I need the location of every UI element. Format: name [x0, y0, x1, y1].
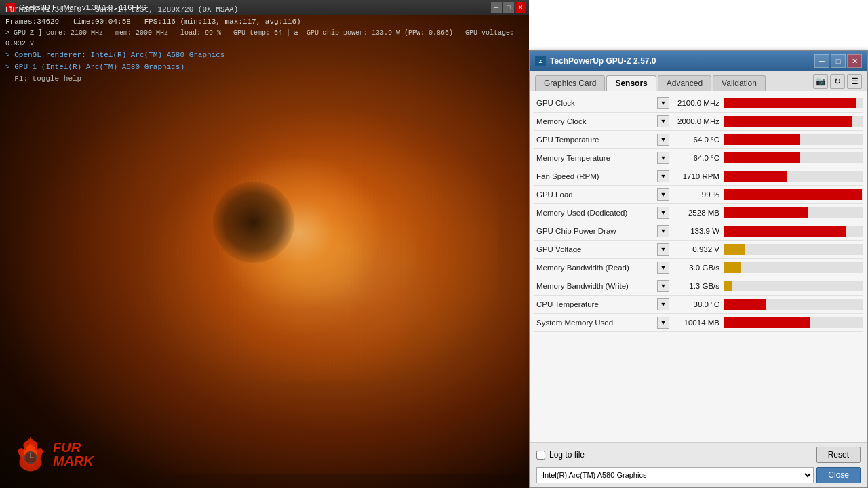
sensor-row: System Memory Used ▼ 10014 MB: [534, 314, 863, 332]
sensor-dropdown-arrow[interactable]: ▼: [657, 207, 669, 219]
sensor-label-text: Memory Used (Dedicated): [534, 209, 657, 217]
sensor-label: GPU Temperature ▼: [534, 134, 669, 146]
sensor-dropdown-arrow[interactable]: ▼: [657, 225, 669, 237]
sensor-value: 99 %: [669, 190, 724, 199]
gpu-selector: Intel(R) Arc(TM) A580 Graphics Close: [530, 467, 867, 487]
sensor-bar: [724, 317, 810, 328]
sensor-label-text: GPU Load: [534, 190, 657, 199]
sensor-dropdown-arrow[interactable]: ▼: [657, 317, 669, 329]
camera-icon[interactable]: 📷: [813, 74, 828, 89]
sensor-row: GPU Clock ▼ 2100.0 MHz: [534, 94, 863, 113]
sensor-label: Memory Clock ▼: [534, 115, 669, 127]
sensor-dropdown-arrow[interactable]: ▼: [657, 170, 669, 182]
sensor-bar: [724, 299, 766, 310]
refresh-icon[interactable]: ↻: [830, 74, 845, 89]
sensor-bar: [724, 134, 800, 145]
sensor-bar: [724, 244, 745, 255]
sensor-bar: [724, 98, 856, 108]
sensor-label: GPU Chip Power Draw ▼: [534, 225, 669, 237]
sensor-label-text: System Memory Used: [534, 319, 657, 327]
sensor-row: GPU Load ▼ 99 %: [534, 186, 863, 204]
sensor-dropdown-arrow[interactable]: ▼: [657, 298, 669, 310]
sensor-label: Memory Bandwidth (Write) ▼: [534, 280, 669, 292]
furmark-info-line2: Frames:34629 - time:00:04:58 - FPS:116 (…: [5, 16, 529, 28]
sensor-label: Memory Used (Dedicated) ▼: [534, 207, 669, 219]
sensor-row: Memory Clock ▼ 2000.0 MHz: [534, 113, 863, 131]
furmark-info-line3: > GPU-Z ] core: 2100 MHz - mem: 2000 MHz…: [5, 28, 529, 49]
sensor-value: 2528 MB: [669, 209, 724, 217]
sensor-label: Memory Temperature ▼: [534, 152, 669, 164]
tab-sensors[interactable]: Sensors: [606, 75, 656, 92]
sensor-value: 2000.0 MHz: [669, 117, 724, 125]
sensor-label-text: Memory Bandwidth (Read): [534, 264, 657, 272]
gpuz-titlebar: Z TechPowerUp GPU-Z 2.57.0 ─ □ ✕: [530, 51, 867, 71]
gpuz-footer: Log to file Reset: [530, 442, 867, 467]
sensor-value: 38.0 °C: [669, 300, 724, 308]
sensor-bar: [724, 262, 741, 273]
sensor-row: Fan Speed (RPM) ▼ 1710 RPM: [534, 167, 863, 186]
gpuz-title: TechPowerUp GPU-Z 2.57.0: [550, 56, 656, 66]
close-button[interactable]: Close: [816, 467, 861, 483]
log-to-file-checkbox[interactable]: [536, 451, 545, 460]
sensor-dropdown-arrow[interactable]: ▼: [657, 188, 669, 201]
gpuz-restore-button[interactable]: □: [831, 54, 846, 68]
sensor-value: 0.932 V: [669, 245, 724, 253]
sensor-row: Memory Used (Dedicated) ▼ 2528 MB: [534, 204, 863, 222]
sensor-dropdown-arrow[interactable]: ▼: [657, 152, 669, 164]
sensors-list: GPU Clock ▼ 2100.0 MHz Memory Clock ▼ 20…: [530, 92, 867, 442]
gpuz-close-button[interactable]: ✕: [847, 54, 862, 68]
reset-button[interactable]: Reset: [816, 447, 861, 463]
sensor-label-text: GPU Temperature: [534, 136, 657, 144]
sensor-label-text: GPU Clock: [534, 99, 657, 107]
sensor-label-text: Memory Bandwidth (Write): [534, 282, 657, 290]
fire-visual: [0, 54, 529, 474]
sensor-value: 1.3 GB/s: [669, 282, 724, 290]
sensor-bar-container: [724, 262, 863, 273]
sensor-row: GPU Chip Power Draw ▼ 133.9 W: [534, 222, 863, 241]
sensor-bar: [724, 116, 852, 127]
tab-validation[interactable]: Validation: [713, 75, 766, 91]
tab-advanced[interactable]: Advanced: [658, 75, 711, 91]
sensor-label: System Memory Used ▼: [534, 317, 669, 329]
sensor-bar-container: [724, 171, 863, 182]
furmark-window: F Geeks3D FurMark v1.38.1.0 - 116FPS ─ □…: [0, 0, 529, 488]
sensor-bar-container: [724, 244, 863, 255]
log-to-file-label: Log to file: [549, 450, 585, 460]
sensor-label: GPU Load ▼: [534, 188, 669, 201]
logo-mark-text: MARK: [53, 454, 94, 468]
sensor-label: GPU Voltage ▼: [534, 243, 669, 256]
menu-icon[interactable]: ☰: [847, 74, 862, 89]
sensor-bar: [724, 171, 787, 182]
sensor-row: GPU Voltage ▼ 0.932 V: [534, 241, 863, 259]
sensor-row: GPU Temperature ▼ 64.0 °C: [534, 131, 863, 149]
sensor-label-text: Memory Temperature: [534, 154, 657, 162]
sensor-value: 1710 RPM: [669, 172, 724, 180]
sensor-label-text: CPU Temperature: [534, 300, 657, 308]
sensor-value: 3.0 GB/s: [669, 264, 724, 272]
gpu-select-dropdown[interactable]: Intel(R) Arc(TM) A580 Graphics: [536, 467, 814, 483]
sensor-row: Memory Bandwidth (Read) ▼ 3.0 GB/s: [534, 259, 863, 277]
sensor-value: 64.0 °C: [669, 136, 724, 144]
sensor-row: CPU Temperature ▼ 38.0 °C: [534, 296, 863, 314]
sensor-row: Memory Temperature ▼ 64.0 °C: [534, 149, 863, 167]
tab-graphics-card[interactable]: Graphics Card: [535, 75, 605, 91]
sensor-bar-container: [724, 152, 863, 163]
gpuz-minimize-button[interactable]: ─: [814, 54, 829, 68]
sensor-value: 133.9 W: [669, 227, 724, 235]
sensor-dropdown-arrow[interactable]: ▼: [657, 243, 669, 256]
sensor-dropdown-arrow[interactable]: ▼: [657, 115, 669, 127]
sensor-value: 10014 MB: [669, 319, 724, 327]
sensor-dropdown-arrow[interactable]: ▼: [657, 97, 669, 109]
sensor-bar-container: [724, 281, 863, 291]
sensor-bar: [724, 152, 800, 163]
sensor-dropdown-arrow[interactable]: ▼: [657, 280, 669, 292]
sensor-bar: [724, 189, 862, 200]
sensor-label: GPU Clock ▼: [534, 97, 669, 109]
sensor-label-text: GPU Chip Power Draw: [534, 227, 657, 235]
sensor-bar: [724, 207, 808, 218]
sensor-dropdown-arrow[interactable]: ▼: [657, 134, 669, 146]
sensor-label: Memory Bandwidth (Read) ▼: [534, 262, 669, 274]
sensor-bar-container: [724, 207, 863, 218]
sensor-dropdown-arrow[interactable]: ▼: [657, 262, 669, 274]
sensor-bar-container: [724, 317, 863, 328]
